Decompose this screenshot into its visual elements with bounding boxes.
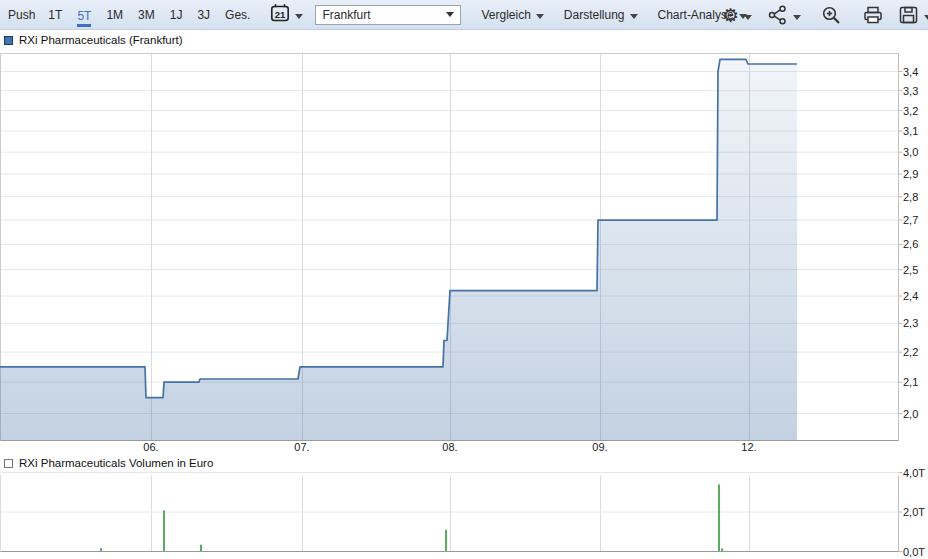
price-ytick-label: 2,2 bbox=[903, 346, 918, 358]
range-button-1t[interactable]: 1T bbox=[48, 6, 62, 24]
volume-ytick-label: 4,0T bbox=[903, 467, 925, 479]
exchange-select[interactable]: Frankfurt bbox=[315, 5, 461, 25]
volume-legend-label: RXi Pharmaceuticals Volumen in Euro bbox=[19, 457, 213, 469]
x-tick-label: 09. bbox=[592, 441, 607, 453]
price-ytick-label: 3,0 bbox=[903, 146, 918, 158]
price-ytick-label: 2,8 bbox=[903, 191, 918, 203]
chevron-down-icon bbox=[924, 15, 928, 24]
x-tick-label: 12. bbox=[741, 441, 756, 453]
calendar-date-picker-button[interactable]: 21 bbox=[270, 1, 303, 28]
volume-ytick-label: 2,0T bbox=[903, 506, 925, 518]
volume-bar[interactable] bbox=[445, 530, 447, 552]
exchange-select-value: Frankfurt bbox=[322, 8, 370, 22]
menu-darstellung[interactable]: Darstellung bbox=[564, 6, 638, 24]
print-button[interactable] bbox=[862, 5, 884, 25]
chevron-down-icon bbox=[630, 14, 638, 23]
menu-darstellung-label: Darstellung bbox=[564, 8, 625, 22]
price-ytick-label: 2,9 bbox=[903, 168, 918, 180]
push-button[interactable]: Push bbox=[8, 6, 35, 24]
printer-icon bbox=[862, 5, 884, 25]
volume-ytick-label: 0,0T bbox=[903, 546, 925, 558]
chart-application: Push 1T 5T 1M 3M 1J 3J Ges. 21 Frankfurt… bbox=[0, 0, 928, 559]
menu-vergleich[interactable]: Vergleich bbox=[481, 6, 543, 24]
volume-bar[interactable] bbox=[200, 545, 202, 552]
gear-icon: ⚙ bbox=[722, 6, 739, 25]
price-ytick-label: 3,3 bbox=[903, 85, 918, 97]
stock-chart-svg[interactable]: 3,43,33,23,13,02,92,82,72,62,52,42,32,22… bbox=[0, 30, 928, 559]
price-legend-swatch-icon bbox=[4, 36, 13, 45]
volume-legend-swatch-icon bbox=[4, 459, 13, 468]
range-button-1m[interactable]: 1M bbox=[106, 6, 123, 24]
volume-bar[interactable] bbox=[100, 548, 102, 551]
price-area-series bbox=[0, 59, 797, 440]
menu-vergleich-label: Vergleich bbox=[481, 8, 530, 22]
price-ytick-label: 2,1 bbox=[903, 376, 918, 388]
range-button-1j[interactable]: 1J bbox=[170, 6, 183, 24]
chevron-down-icon bbox=[536, 14, 544, 23]
volume-bar[interactable] bbox=[163, 510, 165, 551]
price-ytick-label: 3,1 bbox=[903, 125, 918, 137]
price-ytick-label: 2,3 bbox=[903, 317, 918, 329]
range-button-3m[interactable]: 3M bbox=[138, 6, 155, 24]
chevron-down-icon bbox=[793, 15, 801, 24]
save-icon bbox=[898, 5, 919, 25]
chevron-down-icon bbox=[744, 15, 752, 24]
price-legend-label: RXi Pharmaceuticals (Frankfurt) bbox=[19, 34, 183, 46]
price-series-legend[interactable]: RXi Pharmaceuticals (Frankfurt) bbox=[4, 34, 183, 46]
price-ytick-label: 2,0 bbox=[903, 408, 918, 420]
x-tick-label: 08. bbox=[442, 441, 457, 453]
range-button-gesamt[interactable]: Ges. bbox=[225, 6, 250, 24]
chevron-down-icon bbox=[446, 12, 454, 21]
price-ytick-label: 2,4 bbox=[903, 290, 918, 302]
toolbar: Push 1T 5T 1M 3M 1J 3J Ges. 21 Frankfurt… bbox=[0, 0, 928, 30]
x-tick-label: 06. bbox=[143, 441, 158, 453]
share-icon bbox=[768, 5, 788, 25]
price-ytick-label: 2,5 bbox=[903, 264, 918, 276]
volume-series-legend[interactable]: RXi Pharmaceuticals Volumen in Euro bbox=[4, 457, 213, 469]
price-ytick-label: 3,2 bbox=[903, 105, 918, 117]
save-button[interactable] bbox=[898, 5, 928, 25]
share-button[interactable] bbox=[768, 5, 801, 25]
x-tick-label: 07. bbox=[294, 441, 309, 453]
toolbar-icon-group: ⚙ bbox=[722, 0, 928, 30]
range-button-3j[interactable]: 3J bbox=[197, 6, 210, 24]
volume-bar[interactable] bbox=[718, 484, 720, 551]
range-button-5t[interactable]: 5T bbox=[77, 7, 91, 27]
chevron-down-icon bbox=[295, 14, 303, 23]
price-ytick-label: 2,7 bbox=[903, 214, 918, 226]
chart-area[interactable]: RXi Pharmaceuticals (Frankfurt) RXi Phar… bbox=[0, 30, 928, 559]
calendar-icon: 21 bbox=[270, 3, 290, 26]
price-ytick-label: 3,4 bbox=[903, 66, 918, 78]
svg-text:21: 21 bbox=[275, 9, 286, 20]
zoom-in-button[interactable] bbox=[821, 5, 842, 26]
settings-button[interactable]: ⚙ bbox=[722, 6, 752, 25]
zoom-in-icon bbox=[821, 5, 842, 26]
price-ytick-label: 2,6 bbox=[903, 238, 918, 250]
